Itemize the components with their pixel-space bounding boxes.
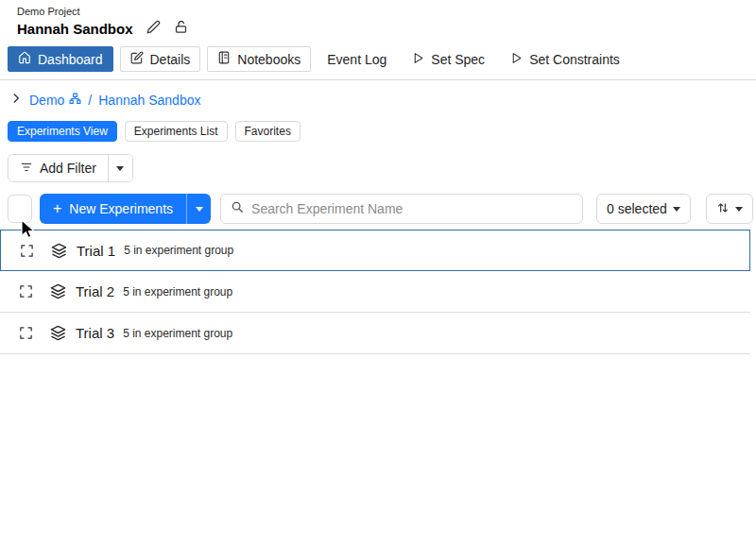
tab-label: Details (150, 52, 191, 67)
tab-favorites[interactable]: Favorites (235, 121, 301, 142)
chevron-down-icon (735, 207, 743, 212)
search-input[interactable] (251, 201, 573, 216)
add-filter-split-button: Add Filter (8, 154, 133, 182)
expand-icon[interactable] (19, 326, 33, 340)
breadcrumb-workspace-link[interactable]: Demo (29, 93, 81, 108)
search-icon (231, 200, 244, 217)
new-experiments-label: New Experiments (69, 201, 173, 216)
project-label: Demo Project (17, 6, 756, 17)
play-icon (412, 52, 424, 67)
new-experiments-split-button: + New Experiments (40, 194, 211, 224)
chevron-down-icon (196, 207, 203, 212)
edit-icon (130, 51, 144, 67)
select-all-checkbox[interactable] (8, 195, 32, 223)
tab-notebooks[interactable]: Notebooks (207, 46, 311, 72)
breadcrumb-workspace-label: Demo (29, 93, 64, 108)
experiment-name: Trial 3 (76, 325, 114, 341)
selected-count-dropdown[interactable]: 0 selected (596, 194, 691, 224)
play-icon (510, 52, 523, 67)
edit-title-button[interactable] (146, 20, 161, 37)
tab-set-spec[interactable]: Set Spec (403, 48, 494, 71)
filter-row: Add Filter (0, 142, 756, 182)
tab-label: Event Log (327, 52, 387, 67)
new-experiments-dropdown-button[interactable] (186, 194, 211, 224)
breadcrumb: Demo / Hannah Sandbox (0, 80, 756, 108)
add-filter-button[interactable]: Add Filter (9, 155, 108, 181)
experiment-group-info: 5 in experiment group (123, 327, 232, 340)
layers-icon (51, 243, 67, 259)
experiment-group-info: 5 in experiment group (123, 285, 232, 299)
chevron-down-icon (116, 166, 124, 171)
selected-count-label: 0 selected (607, 201, 667, 216)
page-title: Hannah Sandbox (17, 21, 133, 37)
add-filter-dropdown-button[interactable] (108, 155, 132, 181)
tab-dashboard[interactable]: Dashboard (8, 46, 113, 72)
layers-icon (50, 325, 66, 341)
view-tabs: Experiments View Experiments List Favori… (0, 108, 756, 142)
workspace-sitemap-icon (69, 93, 81, 108)
page-header: Demo Project Hannah Sandbox (0, 0, 756, 41)
experiments-toolbar: + New Experiments 0 selected (0, 182, 756, 224)
home-icon (18, 51, 31, 67)
plus-icon: + (53, 201, 61, 216)
tab-label: Set Constraints (529, 52, 620, 67)
experiment-row[interactable]: Trial 1 5 in experiment group (0, 230, 750, 271)
unlock-icon (174, 20, 188, 37)
chevron-right-icon (9, 92, 23, 108)
experiment-group-info: 5 in experiment group (124, 244, 233, 257)
tab-set-constraints[interactable]: Set Constraints (501, 48, 629, 71)
sort-icon (716, 201, 730, 217)
breadcrumb-project-link[interactable]: Hannah Sandbox (98, 93, 200, 108)
filter-icon (20, 161, 33, 177)
expand-icon[interactable] (19, 284, 33, 299)
expand-icon[interactable] (20, 244, 34, 258)
new-experiments-button[interactable]: + New Experiments (40, 194, 186, 224)
tab-experiments-view[interactable]: Experiments View (8, 121, 117, 142)
tab-label: Set Spec (431, 52, 485, 67)
tab-label: Notebooks (237, 52, 301, 67)
experiments-list: Trial 1 5 in experiment group Trial 2 5 … (0, 230, 750, 354)
layers-icon (50, 283, 66, 299)
nav-tabbar: Dashboard Details Notebooks Event Log Se… (0, 41, 756, 80)
breadcrumb-project-label: Hannah Sandbox (98, 93, 200, 108)
experiment-search (220, 194, 583, 224)
experiment-row[interactable]: Trial 3 5 in experiment group (0, 313, 750, 354)
tab-experiments-list[interactable]: Experiments List (125, 121, 228, 142)
tab-label: Dashboard (38, 52, 103, 67)
breadcrumb-separator: / (88, 93, 92, 108)
pencil-icon (146, 20, 161, 37)
experiment-row[interactable]: Trial 2 5 in experiment group (0, 271, 750, 313)
experiment-name: Trial 1 (77, 243, 115, 259)
project-dashboard-page: Demo Project Hannah Sandbox Dashboard (0, 0, 756, 546)
tab-event-log[interactable]: Event Log (318, 48, 396, 71)
notebook-icon (217, 51, 231, 67)
tab-details[interactable]: Details (120, 46, 201, 72)
sort-dropdown[interactable] (706, 194, 753, 224)
chevron-down-icon (673, 207, 680, 212)
add-filter-label: Add Filter (40, 161, 96, 176)
unlock-button[interactable] (174, 20, 188, 37)
experiment-name: Trial 2 (76, 283, 114, 299)
